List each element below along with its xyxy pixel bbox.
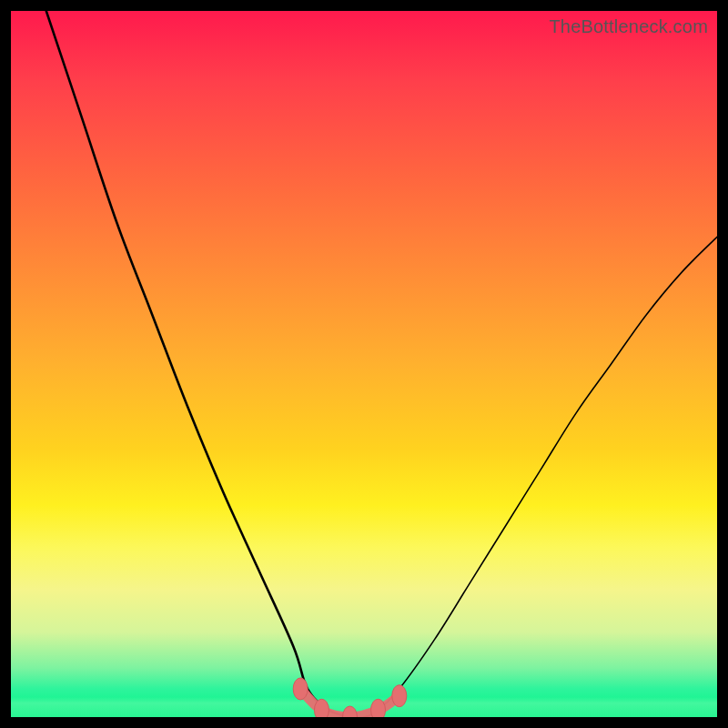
curve-left (46, 11, 350, 717)
watermark-text: TheBottleneck.com (549, 16, 708, 37)
plot-area: TheBottleneck.com (11, 11, 717, 717)
chart-frame: TheBottleneck.com (0, 0, 728, 728)
optimal-zone-band (11, 697, 717, 717)
curve-right (349, 237, 717, 717)
curve-layer (11, 11, 717, 717)
